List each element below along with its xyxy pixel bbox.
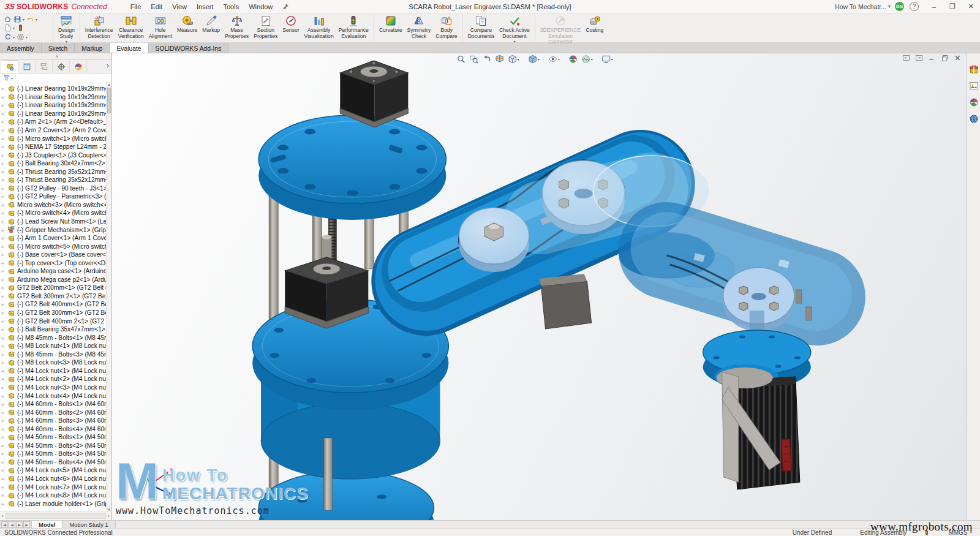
- expand-caret-icon[interactable]: ▸: [2, 145, 7, 149]
- tree-item[interactable]: ▸(-) M4 60mm - Bolts<4> (M4 60mm - Bolts…: [0, 425, 111, 433]
- save-caret-icon[interactable]: ▾: [23, 17, 24, 21]
- ribbon-button-measure[interactable]: Measure: [175, 14, 200, 34]
- close-button[interactable]: ✕: [962, 0, 980, 13]
- expand-caret-icon[interactable]: ▸: [2, 228, 7, 232]
- tree-item[interactable]: ▸Arduino Mega case<1> (Arduino UNO case: [0, 267, 111, 276]
- hide-show-icon[interactable]: ▾: [548, 54, 560, 64]
- tree-horizontal-scrollbar[interactable]: ‹ ›: [0, 511, 111, 520]
- panel-tab-display-manager[interactable]: [70, 60, 87, 73]
- menu-file[interactable]: File: [126, 1, 146, 12]
- expand-caret-icon[interactable]: ▸: [2, 444, 7, 448]
- expand-caret-icon[interactable]: ▸: [2, 477, 7, 481]
- tree-item[interactable]: ▸GT2 Belt 200mm<1> (GT2 Belt 400mm<<De: [0, 284, 111, 292]
- expand-caret-icon[interactable]: ▸: [2, 294, 7, 298]
- options-icon[interactable]: [17, 33, 24, 41]
- restore-button[interactable]: ❐: [943, 0, 962, 13]
- expand-caret-icon[interactable]: ▸: [2, 277, 7, 282]
- ribbon-button-sensor[interactable]: Sensor: [280, 14, 301, 34]
- ribbon-button-assembly-visualization[interactable]: AssemblyVisualization: [302, 14, 336, 40]
- tree-item[interactable]: ▸(-) Arm 2 Cover<1> (Arm 2 Cover<<Defaul…: [0, 126, 111, 135]
- bottom-tab-model[interactable]: Model: [32, 521, 62, 528]
- ribbon-button-compare-documents[interactable]: CompareDocuments: [466, 14, 497, 40]
- tree-item[interactable]: ▸(-) M4 Lock nut<3> (M4 Lock nut<<Defaul…: [0, 383, 111, 392]
- dropdown-caret-icon[interactable]: ▾: [518, 57, 519, 61]
- expand-caret-icon[interactable]: ▸: [2, 153, 7, 157]
- tree-item[interactable]: ▸(-) Linear Bearing 10x19x29mm<6> (Linea…: [0, 110, 111, 118]
- expand-caret-icon[interactable]: ▸: [2, 119, 7, 124]
- dropdown-caret-icon[interactable]: ▾: [611, 57, 613, 61]
- tree-item[interactable]: ▸(-) Gripper Mechanism<1> (Gripper Mecha…: [0, 225, 111, 234]
- win-close-icon[interactable]: [954, 54, 962, 62]
- expand-caret-icon[interactable]: ▸: [2, 385, 7, 390]
- win-restore-icon[interactable]: [941, 54, 949, 62]
- tree-item[interactable]: ▸(-) Ball Bearing 35x47x7mm<1> (Ball Bea…: [0, 325, 111, 334]
- traffic-light-icon[interactable]: [17, 24, 24, 32]
- account-name[interactable]: How To Mechatr...: [835, 3, 886, 10]
- avatar[interactable]: DN: [895, 2, 904, 11]
- tree-item[interactable]: ▸(-) M4 Lock nut<1> (M4 Lock nut<<Defaul…: [0, 367, 111, 376]
- ribbon-button-check-active-document[interactable]: Check ActiveDocument▾: [497, 14, 532, 44]
- ribbon-button-mass-properties[interactable]: MassProperties: [222, 14, 251, 40]
- tree-item[interactable]: ▸(-) M4 50mm - Bolts<1> (M4 50mm - Bolts…: [0, 433, 111, 442]
- expand-caret-icon[interactable]: ▸: [2, 352, 7, 357]
- expand-caret-icon[interactable]: ▸: [2, 410, 7, 415]
- view-orientation-icon[interactable]: ▾: [507, 54, 520, 64]
- scroll-up-icon[interactable]: ▲: [107, 82, 111, 87]
- expand-caret-icon[interactable]: ▸: [2, 285, 7, 290]
- section-view-icon[interactable]: [494, 54, 505, 64]
- expand-caret-icon[interactable]: ▸: [2, 203, 7, 207]
- expand-caret-icon[interactable]: ▸: [2, 137, 7, 141]
- expand-caret-icon[interactable]: ▸: [2, 502, 7, 506]
- tree-item[interactable]: ▸(-) Linear Bearing 10x19x29mm<3> (Linea…: [0, 101, 111, 110]
- ribbon-button-symmetry-check[interactable]: SymmetryCheck: [405, 14, 434, 40]
- ribbon-button-clearance-verification[interactable]: ClearanceVerification: [116, 14, 146, 40]
- tree-item[interactable]: ▸(-) M4 60mm - Bolts<2> (M4 60mm - Bolts…: [0, 408, 111, 417]
- expand-caret-icon[interactable]: ▸: [2, 244, 7, 249]
- previous-view-icon[interactable]: [481, 54, 492, 64]
- tree-item[interactable]: ▸(-) M4 50mm - Bolts<4> (M4 50mm - Bolts…: [0, 458, 111, 467]
- tree-item[interactable]: ▸(-) J3 Coupler<1> (J3 Coupler<<Default>…: [0, 151, 111, 159]
- tree-item[interactable]: ▸(-) GT2 Pulley - Parametric<3> (GT2 Pul…: [0, 192, 111, 201]
- expand-caret-icon[interactable]: ▸: [2, 161, 7, 165]
- account-caret-icon[interactable]: ▾: [888, 4, 891, 9]
- first-tab-icon[interactable]: ◀: [1, 521, 8, 528]
- tree-item[interactable]: ▸(-) Arm 1 Cover<1> (Arm 1 Cover<<Defaul…: [0, 234, 111, 243]
- tree-item[interactable]: ▸(-) GT2 Belt 300mm<1> (GT2 Belt 400mm<<: [0, 309, 111, 317]
- ribbon-button-hole-alignment[interactable]: HoleAlignment: [146, 14, 175, 40]
- tree-item[interactable]: ▸Micro switch<3> (Micro switch<<Default>…: [0, 201, 111, 209]
- scara-robot-model[interactable]: x z: [112, 53, 967, 520]
- help-button[interactable]: ?: [910, 2, 919, 11]
- expand-caret-icon[interactable]: ▸: [2, 178, 7, 182]
- panel-expand-icon[interactable]: ›: [107, 61, 109, 70]
- panel-tab-configuration-manager[interactable]: [36, 60, 53, 73]
- tree-item[interactable]: ▸(-) M4 Lock nut<6> (M4 Lock nut<<Defaul…: [0, 475, 111, 483]
- menu-edit[interactable]: Edit: [146, 1, 167, 12]
- last-tab-icon[interactable]: ▶: [23, 521, 30, 528]
- task-pane-design-library-icon[interactable]: [969, 81, 979, 91]
- expand-caret-icon[interactable]: ▸: [2, 369, 7, 373]
- tree-item[interactable]: ▸(-) M4 Lock nut<4> (M4 Lock nut<<Defaul…: [0, 391, 111, 400]
- tree-item[interactable]: ▸(-) M4 50mm - Bolts<3> (M4 50mm - Bolts…: [0, 450, 111, 458]
- tab-markup[interactable]: Markup: [75, 43, 110, 53]
- expand-caret-icon[interactable]: ▸: [2, 269, 7, 273]
- tree-item[interactable]: ▸(-) M4 Lock nut<2> (M4 Lock nut<<Defaul…: [0, 375, 111, 383]
- scroll-right-icon[interactable]: ›: [108, 513, 110, 519]
- tree-item[interactable]: ▸GT2 Belt 300mm 2<1> (GT2 Belt 400mm<<D: [0, 292, 111, 301]
- tree-item[interactable]: ▸(-) Top cover<1> (Top cover<<Default>_D…: [0, 259, 111, 267]
- tree-item[interactable]: ▸(-) Laser module holder<1> (Gripper to …: [0, 499, 111, 508]
- expand-caret-icon[interactable]: ▸: [2, 194, 7, 198]
- expand-caret-icon[interactable]: ▸: [2, 451, 7, 456]
- tree-item[interactable]: ▸(-) M8 Lock nut<1> (M8 Lock nut<<Defaul…: [0, 342, 111, 350]
- new-doc-caret-icon[interactable]: ▾: [13, 26, 15, 30]
- dropdown-caret-icon[interactable]: ▾: [513, 40, 515, 43]
- tree-item[interactable]: ▸(-) M8 45mm - Bolts<1> (M8 45mm - Bolts…: [0, 333, 111, 342]
- expand-caret-icon[interactable]: ▸: [2, 360, 7, 364]
- tree-item[interactable]: ▸(-) M4 50mm - Bolts<2> (M4 50mm - Bolts…: [0, 442, 111, 450]
- zoom-area-icon[interactable]: [469, 54, 479, 64]
- filter-caret-icon[interactable]: ▾: [11, 76, 13, 80]
- ribbon-button-curvature[interactable]: Curvature: [377, 14, 405, 34]
- dropdown-caret-icon[interactable]: ▾: [591, 57, 593, 61]
- tree-item[interactable]: ▸(-) M8 Lock nut<3> (M8 Lock nut<<Defaul…: [0, 358, 111, 367]
- task-pane-appearances-icon[interactable]: [969, 97, 979, 107]
- ribbon-button-design-study[interactable]: DesignStudy▾: [56, 14, 77, 44]
